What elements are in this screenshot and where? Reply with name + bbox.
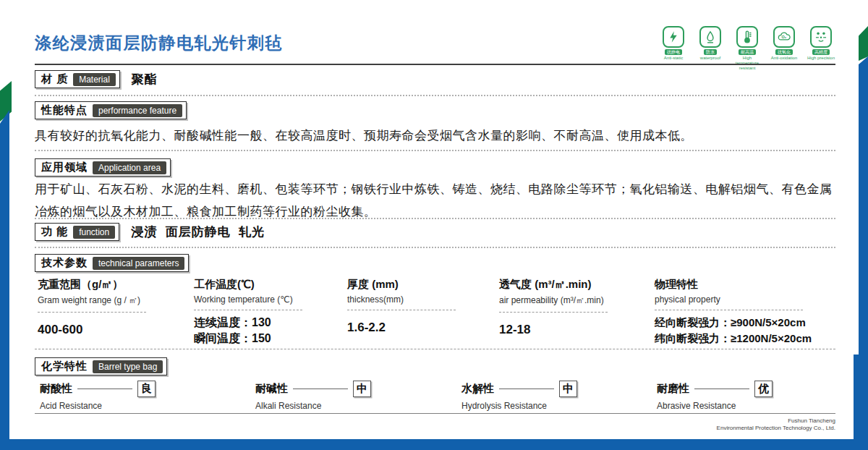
precision-dots-icon [810,26,832,48]
tech-col-working-temperature: 工作温度(℃) Working temperature (℃) 连续温度：130… [194,278,347,346]
technical-label-row: 技术参数 technical parameters [35,254,189,272]
section-zh: 功 能 [41,225,68,239]
title-divider [35,64,835,65]
performance-text: 具有较好的抗氧化能力、耐酸碱性能一般、在较高温度时、预期寿命会受烟气含水量的影响… [35,124,838,147]
tech-header-zh: 物理特性 [655,278,698,292]
section-en-badge: technical parameters [93,257,184,270]
section-zh: 应用领域 [41,161,88,174]
tech-header-zh: 厚度 (mm) [347,278,399,292]
tech-header-zh: 透气度 (m³/㎡.min) [499,278,592,292]
section-en-badge: Barrel type bag [93,360,163,373]
section-label-performance: 性能特点 performance feature [35,101,187,119]
application-text: 用于矿山、石灰石粉、水泥的生料、磨机、包装等环节；钢铁行业中炼铁、铸造、烧结、电… [35,178,838,223]
section-label-chemical: 化学特性 Barrel type bag [35,357,167,375]
tech-header-en: Working temperature (℃) [194,294,293,305]
material-row: 材 质 Material 聚酯 [35,70,158,88]
chem-en: Abrasive Resistance [657,401,838,411]
chem-item-acid: 耐酸性 良 Acid Resistance [40,381,255,411]
company-name-line1: Fushun Tiancheng [717,417,835,425]
tech-header-zh: 克重范围（g/㎡） [38,278,123,292]
chem-connector-line [293,389,348,389]
feature-zh-label: 耐高温 [739,49,756,55]
feature-en-label: Anti-oxidation [771,56,797,61]
section-zh: 性能特点 [41,103,88,117]
technical-parameters-table: 克重范围（g/㎡） Gram weight range (g / ㎡) 400-… [35,278,838,346]
chem-item-hydrolysis: 水解性 中 Hydrolysis Resistance [461,381,657,411]
chem-en: Hydrolysis Resistance [461,401,657,411]
tech-value: 12-18 [499,323,530,337]
section-en-badge: Material [73,73,116,86]
dotted-separator [35,95,835,96]
section-en-badge: performance feature [93,104,182,117]
chem-connector-line [77,389,132,389]
feature-en-label: Anti-static [664,56,683,61]
section-en-badge: Application area [93,161,166,174]
application-label-row: 应用领域 Application area [35,158,171,177]
svg-text:O₂: O₂ [781,35,786,39]
feature-en-label: High precision [807,56,835,61]
chem-rating-box: 中 [559,381,577,397]
feature-zh-label: 防水 [704,49,717,55]
tech-col-divider [655,310,803,310]
product-spec-sheet: 涤纶浸渍面层防静电轧光针刺毡 抗静电 Anti-static 防水 waterp… [0,0,868,450]
tech-col-air-permeability: 透气度 (m³/㎡.min) air permeability (m³/㎡.mi… [499,278,655,346]
chem-item-abrasive: 耐磨性 优 Abrasive Resistance [657,381,838,411]
material-value: 聚酯 [132,71,158,88]
chem-connector-line [499,389,554,389]
tech-col-thickness: 厚度 (mm) thickness(mm) 1.6-2.2 [347,278,499,346]
chem-rating-box: 优 [754,381,773,397]
section-zh: 化学特性 [41,360,88,373]
feature-zh-label: 抗静电 [665,49,682,55]
left-blue-ribbon [0,110,9,450]
company-name-line2: Environmental Protection Technology Co.,… [717,425,835,432]
tech-header-en: thickness(mm) [347,294,404,305]
tech-value: 1.6-2.2 [347,320,386,335]
chem-en: Acid Resistance [40,401,255,411]
performance-label-row: 性能特点 performance feature [35,101,187,119]
section-en-badge: function [73,226,115,239]
page-title: 涤纶浸渍面层防静电轧光针刺毡 [35,32,283,54]
lightning-icon [663,26,684,48]
tech-value: 经向断裂强力：≥900N/5×20cm [655,315,806,330]
tech-header-zh: 工作温度(℃) [194,278,255,292]
section-label-application: 应用领域 Application area [35,158,171,177]
function-value: 浸渍 面层防静电 轧光 [131,224,265,240]
chem-item-alkali: 耐碱性 中 Alkali Resistance [255,381,461,411]
feature-zh-label: 高精度 [812,49,830,55]
chem-en: Alkali Resistance [255,401,461,411]
function-row: 功 能 function 浸渍 面层防静电 轧光 [35,223,265,241]
cloud-o2-icon: O₂ [773,26,795,48]
tech-header-en: physical property [655,294,720,305]
tech-col-divider [347,310,456,310]
footer-divider [35,413,835,414]
right-green-ribbon [859,26,868,61]
tech-col-divider [194,310,302,310]
chemical-label-row: 化学特性 Barrel type bag [35,357,167,375]
thermometer-icon [736,26,758,48]
section-label-material: 材 质 Material [35,70,120,88]
tech-value: 连续温度：130 [194,315,271,330]
section-label-technical: 技术参数 technical parameters [35,254,189,272]
chemical-properties-row: 耐酸性 良 Acid Resistance 耐碱性 中 Alkali Resis… [35,381,838,411]
tech-col-gram-weight: 克重范围（g/㎡） Gram weight range (g / ㎡) 400-… [38,278,194,346]
dotted-separator [35,247,835,248]
chem-rating-box: 中 [353,381,371,397]
section-zh: 技术参数 [41,256,88,270]
tech-value: 400-600 [38,323,82,337]
tech-header-en: Gram weight range (g / ㎡) [38,294,140,307]
section-zh: 材 质 [41,72,68,86]
feature-en-label: waterproof [700,56,720,61]
section-label-function: 功 能 function [35,223,119,241]
right-blue-ribbon-step [854,355,868,450]
chem-rating-box: 良 [137,381,156,397]
dashed-separator [35,349,835,349]
tech-col-divider [38,312,146,313]
chem-zh: 耐酸性 [40,382,72,396]
tech-header-en: air permeability (m³/㎡.min) [499,294,604,307]
tech-value: 纬向断裂强力：≥1200N/5×20cm [655,331,812,346]
chem-connector-line [694,389,749,389]
dotted-separator [35,150,835,151]
chem-zh: 耐磨性 [657,382,689,396]
chem-zh: 水解性 [461,382,494,396]
tech-value: 瞬间温度：150 [194,331,271,346]
